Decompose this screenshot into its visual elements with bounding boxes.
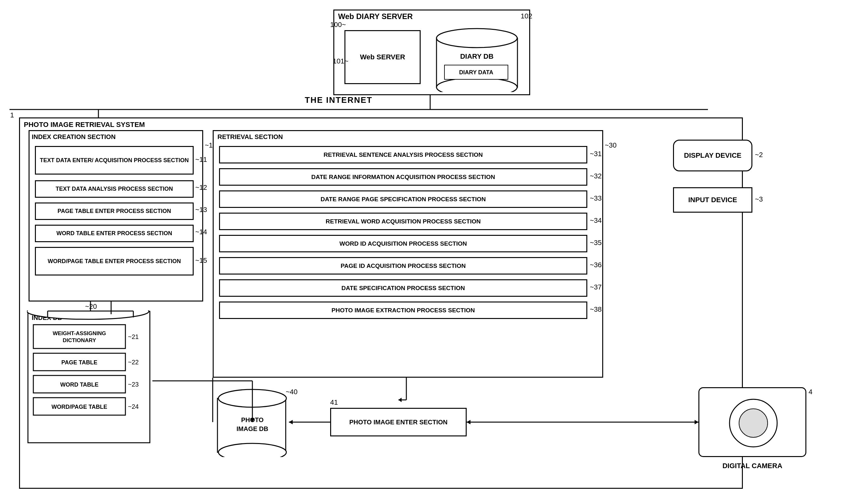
svg-point-52 (739, 409, 768, 437)
label-4: 4 (808, 388, 812, 396)
svg-text:WORD/PAGE TABLE: WORD/PAGE TABLE (52, 404, 107, 410)
label-20: ~20 (85, 302, 97, 311)
svg-text:WORD TABLE: WORD TABLE (60, 381, 99, 388)
retrieval-item-37: DATE SPECIFICATION PROCESS SECTION (219, 279, 587, 297)
label-102: 102 (521, 12, 532, 20)
retrieval-item-33: DATE RANGE PAGE SPECIFICATION PROCESS SE… (219, 190, 587, 208)
display-device: DISPLAY DEVICE (673, 140, 752, 171)
web-diary-server-title: Web DIARY SERVER (338, 12, 413, 21)
label-35: ~35 (590, 239, 602, 247)
svg-text:~24: ~24 (128, 403, 139, 410)
label-36: ~36 (590, 261, 602, 269)
svg-text:DIARY DB: DIARY DB (460, 52, 493, 60)
label-3: ~3 (755, 195, 763, 203)
label-14: ~14 (195, 228, 207, 236)
retrieval-item-35: WORD ID ACQUISITION PROCESS SECTION (219, 235, 587, 252)
index-db-svg: INDEX DB WEIGHT-ASSIGNING DICTIONARY ~21… (27, 311, 151, 444)
retrieval-item-32: DATE RANGE INFORMATION ACQUISITION PROCE… (219, 168, 587, 186)
index-creation-title: INDEX CREATION SECTION (32, 133, 116, 141)
label-38: ~38 (590, 305, 602, 314)
label-41: 41 (330, 398, 338, 406)
svg-text:PAGE TABLE: PAGE TABLE (61, 359, 97, 365)
input-device: INPUT DEVICE (673, 187, 752, 213)
label-40: ~40 (286, 388, 298, 396)
label-12: ~12 (195, 184, 207, 192)
svg-text:IMAGE DB: IMAGE DB (236, 425, 268, 432)
retrieval-item-31: RETRIEVAL SENTENCE ANALYSIS PROCESS SECT… (219, 146, 587, 163)
label-31: ~31 (590, 150, 602, 158)
retrieval-section-title: RETRIEVAL SECTION (217, 133, 283, 141)
index-item-11: TEXT DATA ENTER/ ACQUISITION PROCESS SEC… (35, 146, 194, 175)
svg-text:DICTIONARY: DICTIONARY (62, 337, 96, 343)
svg-text:DIARY DATA: DIARY DATA (459, 69, 493, 75)
label-2: ~2 (755, 151, 763, 159)
digital-camera (699, 387, 806, 457)
retrieval-item-36: PAGE ID ACQUISITION PROCESS SECTION (219, 257, 587, 275)
label-15: ~15 (195, 257, 207, 265)
index-db-container: INDEX DB WEIGHT-ASSIGNING DICTIONARY ~21… (27, 311, 151, 444)
digital-camera-label: DIGITAL CAMERA (702, 462, 803, 470)
retrieval-system-title: PHOTO IMAGE RETRIEVAL SYSTEM (24, 120, 145, 129)
svg-rect-32 (33, 325, 125, 348)
photo-image-enter-section: PHOTO IMAGE ENTER SECTION (330, 408, 467, 436)
label-100: 100~ (330, 20, 346, 29)
svg-text:~23: ~23 (128, 381, 139, 388)
digital-camera-svg (699, 388, 807, 458)
display-device-label: DISPLAY DEVICE (684, 152, 742, 160)
index-item-13: PAGE TABLE ENTER PROCESS SECTION (35, 202, 194, 220)
retrieval-section (213, 130, 603, 378)
retrieval-item-34: RETRIEVAL WORD ACQUISITION PROCESS SECTI… (219, 213, 587, 230)
index-item-12: TEXT DATA ANALYSIS PROCESS SECTION (35, 180, 194, 198)
web-server-box: Web SERVER (344, 30, 421, 84)
web-server-label: Web SERVER (360, 53, 405, 62)
diagram: Web DIARY SERVER 100~ Web SERVER 101~ DI… (0, 0, 860, 504)
index-item-15: WORD/PAGE TABLE ENTER PROCESS SECTION (35, 247, 194, 275)
input-device-label: INPUT DEVICE (688, 196, 737, 204)
label-37: ~37 (590, 283, 602, 291)
svg-text:WEIGHT-ASSIGNING: WEIGHT-ASSIGNING (53, 330, 106, 336)
label-34: ~34 (590, 216, 602, 225)
photo-image-enter-label: PHOTO IMAGE ENTER SECTION (349, 418, 448, 426)
label-1: 1 (10, 111, 14, 119)
label-30: ~30 (605, 141, 617, 149)
svg-point-25 (436, 29, 517, 48)
photo-image-db-svg: PHOTO IMAGE DB (216, 387, 289, 457)
internet-label: THE INTERNET (305, 95, 372, 105)
label-32: ~32 (590, 172, 602, 180)
index-item-14: WORD TABLE ENTER PROCESS SECTION (35, 225, 194, 242)
svg-point-47 (218, 389, 286, 407)
svg-text:~21: ~21 (128, 333, 139, 340)
photo-image-db-container: PHOTO IMAGE DB (216, 387, 289, 457)
label-11: ~11 (195, 156, 207, 164)
label-13: ~13 (195, 206, 207, 214)
diary-db-svg: DIARY DB DIARY DATA (435, 25, 521, 92)
svg-text:PHOTO: PHOTO (241, 416, 264, 423)
retrieval-item-38: PHOTO IMAGE EXTRACTION PROCESS SECTION (219, 302, 587, 319)
label-101: 101~ (333, 57, 348, 66)
svg-text:~22: ~22 (128, 359, 139, 365)
label-33: ~33 (590, 194, 602, 202)
diary-db-container: DIARY DB DIARY DATA (435, 25, 521, 92)
